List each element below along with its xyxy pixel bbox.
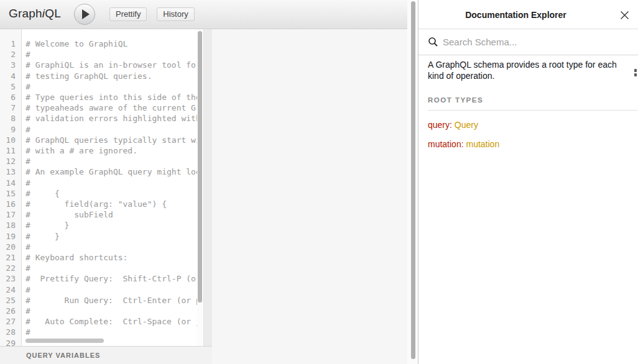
line-text: # An example GraphQL query might look li…	[22, 166, 197, 177]
line-text: #	[22, 263, 30, 273]
line-text: # subField	[22, 209, 113, 220]
line-number: 11	[0, 145, 22, 156]
line-number: 14	[0, 178, 22, 188]
editor-vertical-scrollbar-thumb[interactable]	[198, 31, 202, 303]
line-text: # testing GraphQL queries.	[22, 71, 152, 81]
line-text: #	[22, 306, 30, 316]
logo-text-end: QL	[45, 7, 61, 20]
line-text: # {	[22, 188, 60, 199]
scrollbar-segment	[634, 69, 637, 72]
code-line: 14#	[0, 178, 197, 188]
line-number: 16	[0, 199, 22, 209]
code-rows: 1# Welcome to GraphiQL2#3# GraphiQL is a…	[0, 29, 197, 346]
line-number: 4	[0, 71, 22, 81]
line-text	[22, 338, 25, 346]
code-line: 10# GraphQL queries typically start with…	[0, 135, 197, 145]
code-line: 3# GraphiQL is an in-browser tool for wr…	[0, 60, 197, 70]
code-line: 2#	[0, 49, 197, 60]
line-number: 26	[0, 306, 22, 316]
code-line: 26#	[0, 306, 197, 316]
graphiql-logo: GraphiQL	[9, 7, 61, 20]
line-number: 28	[0, 327, 22, 337]
logo-text: Graph	[9, 7, 42, 20]
line-text: #	[22, 49, 30, 60]
code-line: 12#	[0, 156, 197, 166]
line-number: 18	[0, 220, 22, 230]
line-text: #	[22, 242, 30, 252]
code-line: 20#	[0, 242, 197, 252]
search-icon	[428, 37, 438, 47]
line-number: 22	[0, 263, 22, 273]
line-text: #	[22, 124, 30, 135]
scrollbar-segment	[634, 73, 637, 76]
line-number: 13	[0, 166, 22, 177]
code-line: 25# Run Query: Ctrl-Enter (or press the …	[0, 295, 197, 306]
line-number: 10	[0, 135, 22, 145]
line-number: 8	[0, 113, 22, 124]
line-text: # Prettify Query: Shift-Ctrl-P (or press…	[22, 273, 197, 284]
code-line: 1# Welcome to GraphiQL	[0, 39, 197, 49]
line-text: # field(arg: "value") {	[22, 199, 167, 209]
play-icon	[82, 9, 90, 19]
root-type-name-link[interactable]: mutation	[466, 139, 499, 149]
code-line: 27# Auto Complete: Ctrl-Space (or just s…	[0, 316, 197, 327]
line-number: 17	[0, 209, 22, 220]
root-type-row: query: Query	[428, 120, 638, 130]
line-number: 12	[0, 156, 22, 166]
query-editor[interactable]: 1# Welcome to GraphiQL2#3# GraphiQL is a…	[0, 29, 197, 346]
code-line: 18# }	[0, 220, 197, 230]
code-line: 11# with a # are ignored.	[0, 145, 197, 156]
line-text: # Welcome to GraphiQL	[22, 39, 127, 49]
line-number: 3	[0, 60, 22, 70]
line-text: # Type queries into this side of the scr…	[22, 92, 197, 102]
line-number: 5	[0, 81, 22, 92]
prettify-button[interactable]: Prettify	[109, 7, 147, 21]
line-number: 20	[0, 242, 22, 252]
history-button[interactable]: History	[157, 7, 195, 21]
line-text: #	[22, 156, 30, 166]
line-text: # Auto Complete: Ctrl-Space (or just sta…	[22, 316, 197, 327]
doc-panel-scrollbar-thumb[interactable]	[634, 69, 637, 78]
documentation-explorer-panel: Documentation Explorer A GraphQL schema …	[418, 0, 638, 364]
line-text: # }	[22, 220, 69, 230]
line-number: 24	[0, 284, 22, 295]
editor-horizontal-scrollbar-thumb[interactable]	[25, 339, 104, 343]
code-line: 15# {	[0, 188, 197, 199]
line-number: 25	[0, 295, 22, 306]
line-text: # GraphQL queries typically start with a…	[22, 135, 197, 145]
line-text: # }	[22, 231, 60, 242]
line-text: # GraphiQL is an in-browser tool for wri…	[22, 60, 197, 70]
line-text: #	[22, 327, 30, 337]
code-line: 5#	[0, 81, 197, 92]
search-schema-input[interactable]	[443, 37, 617, 47]
line-number: 19	[0, 231, 22, 242]
code-line: 9#	[0, 124, 197, 135]
code-line: 17# subField	[0, 209, 197, 220]
code-line: 8# validation errors highlighted within …	[0, 113, 197, 124]
code-line: 13# An example GraphQL query might look …	[0, 166, 197, 177]
query-variables-title: QUERY VARIABLES	[26, 352, 100, 359]
close-icon	[620, 11, 629, 20]
doc-search-row	[418, 29, 638, 55]
line-number: 1	[0, 39, 22, 49]
line-number: 9	[0, 124, 22, 135]
root-type-name-link[interactable]: Query	[455, 120, 478, 130]
close-doc-explorer-button[interactable]	[618, 9, 631, 21]
code-line: 7# typeaheads aware of the current Graph…	[0, 102, 197, 113]
line-number: 23	[0, 273, 22, 284]
line-number: 2	[0, 49, 22, 60]
root-types-list: query: Querymutation: mutation	[428, 120, 638, 149]
result-pane	[212, 29, 407, 364]
graphiql-app: GraphiQL Prettify History 1# Welcome to …	[0, 0, 407, 364]
execute-query-button[interactable]	[74, 4, 95, 25]
root-types-heading: ROOT TYPES	[428, 96, 638, 111]
line-number: 29	[0, 338, 22, 346]
line-text: #	[22, 81, 30, 92]
code-line: 23# Prettify Query: Shift-Ctrl-P (or pre…	[0, 273, 197, 284]
line-number: 27	[0, 316, 22, 327]
code-line: 6# Type queries into this side of the sc…	[0, 92, 197, 102]
app-scrollbar-thumb[interactable]	[411, 1, 415, 359]
query-variables-bar[interactable]: QUERY VARIABLES	[0, 346, 212, 364]
root-type-keyword: query:	[428, 120, 452, 130]
pane-resize-divider[interactable]	[203, 29, 212, 346]
